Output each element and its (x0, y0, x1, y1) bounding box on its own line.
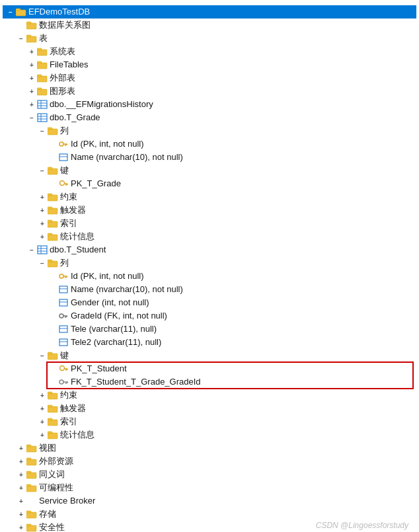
tree-item-t-student-gradeid[interactable]: GradeId (FK, int, not null) (3, 309, 416, 323)
expander-ext-resources[interactable] (16, 456, 26, 467)
tree-item-t-grade[interactable]: dbo.T_Grade (3, 111, 416, 124)
tree-item-t-student-name[interactable]: Name (nvarchar(10), not null) (3, 283, 416, 296)
expander-t-grade-triggers[interactable] (37, 205, 48, 215)
expander-ext-tables[interactable] (26, 73, 37, 83)
expander-t-grade-name[interactable] (48, 152, 58, 163)
tree-item-t-grade-keys[interactable]: 键 (3, 164, 416, 177)
svg-rect-8 (37, 63, 47, 69)
label-t-student-stats: 统计信息 (60, 428, 95, 441)
tree-item-t-grade-cols[interactable]: 列 (3, 124, 416, 137)
expander-ef-migrations[interactable] (26, 99, 37, 110)
tree-item-t-grade-stats[interactable]: 统计信息 (3, 230, 416, 243)
tree-item-service-broker[interactable]: Service Broker (3, 494, 416, 508)
expander-sys-tables[interactable] (26, 46, 37, 57)
tree-item-sys-tables[interactable]: 系统表 (3, 45, 416, 58)
tree-item-ef-migrations[interactable]: dbo.__EFMigrationsHistory (3, 98, 416, 111)
expander-programmability[interactable] (16, 482, 26, 493)
tree-item-t-grade-triggers[interactable]: 触发器 (3, 204, 416, 217)
expander-synonyms[interactable] (16, 469, 26, 480)
expander-t-grade-indexes[interactable] (37, 218, 48, 229)
tree-item-t-grade-name[interactable]: Name (nvarchar(10), not null) (3, 151, 416, 164)
expander-views[interactable] (16, 443, 26, 453)
tree-item-file-tables[interactable]: FileTables (3, 58, 416, 71)
tree-item-db-diagram[interactable]: 数据库关系图 (3, 19, 416, 32)
col-pk-icon-t-student-id (58, 272, 69, 281)
expander-t-grade-cols[interactable] (37, 126, 48, 136)
tree-item-t-student-keys[interactable]: 键 (3, 349, 416, 362)
tree-item-views[interactable]: 视图 (3, 441, 416, 455)
tree-item-t-grade-constraints[interactable]: 约束 (3, 190, 416, 204)
tree-item-t-student-gender[interactable]: Gender (int, not null) (3, 296, 416, 309)
svg-rect-6 (37, 50, 47, 56)
expander-t-student-fk[interactable] (48, 377, 58, 387)
expander-graph-tables[interactable] (26, 86, 37, 96)
tree-item-t-student-triggers[interactable]: 触发器 (3, 402, 416, 415)
tree-item-storage[interactable]: 存储 (3, 508, 416, 521)
expander-t-grade[interactable] (26, 112, 37, 123)
tree-item-t-student-tele2[interactable]: Tele2 (varchar(11), null) (3, 336, 416, 349)
tree-item-programmability[interactable]: 可编程性 (3, 481, 416, 494)
tree-item-t-student-indexes[interactable]: 索引 (3, 415, 416, 428)
label-t-grade-keys: 键 (60, 164, 69, 177)
tree-item-t-student-cols[interactable]: 列 (3, 256, 416, 270)
expander-t-grade-keys[interactable] (37, 165, 48, 176)
tree-item-t-student-stats[interactable]: 统计信息 (3, 428, 416, 441)
expander-t-student[interactable] (26, 245, 37, 255)
label-t-grade-pk: PK_T_Grade (71, 177, 121, 190)
expander-t-student-gradeid[interactable] (48, 311, 58, 321)
expander-root[interactable] (5, 7, 16, 17)
label-t-grade-name: Name (nvarchar(10), not null) (71, 151, 183, 164)
tree-item-t-grade-indexes[interactable]: 索引 (3, 217, 416, 230)
label-security: 安全性 (39, 521, 65, 532)
tree-item-t-student-tele[interactable]: Tele (varchar(11), null) (3, 323, 416, 336)
tree-item-synonyms[interactable]: 同义词 (3, 468, 416, 481)
expander-t-student-tele2[interactable] (48, 337, 58, 348)
tree-item-t-grade-pk[interactable]: PK_T_Grade (3, 177, 416, 190)
expander-t-student-triggers[interactable] (37, 403, 48, 414)
expander-t-student-keys[interactable] (37, 350, 48, 361)
tree-item-tables[interactable]: 表 (3, 32, 416, 45)
expander-security[interactable] (16, 522, 26, 532)
expander-t-student-pk[interactable] (48, 363, 58, 374)
expander-t-student-cols[interactable] (37, 258, 48, 268)
tree-item-t-student-id[interactable]: Id (PK, int, not null) (3, 270, 416, 283)
tree-item-graph-tables[interactable]: 图形表 (3, 85, 416, 98)
tree-item-t-student-fk[interactable]: FK_T_Student_T_Grade_GradeId (3, 375, 416, 389)
folder-icon-t-grade-keys (48, 166, 58, 175)
col-icon-t-grade-name (58, 153, 69, 162)
tree-item-t-grade-id[interactable]: Id (PK, int, not null) (3, 137, 416, 151)
tree-item-t-student-pk[interactable]: PK_T_Student (3, 362, 416, 375)
expander-t-student-id[interactable] (48, 271, 58, 282)
expander-t-student-name[interactable] (48, 284, 58, 295)
label-storage: 存储 (39, 508, 56, 521)
tree-item-t-student[interactable]: dbo.T_Student (3, 243, 416, 256)
expander-t-student-stats[interactable] (37, 430, 48, 440)
folder-icon-t-student-triggers (48, 404, 58, 413)
expander-tables[interactable] (16, 33, 26, 44)
tree-item-ext-tables[interactable]: 外部表 (3, 71, 416, 85)
tree-item-t-student-constraints[interactable]: 约束 (3, 389, 416, 402)
expander-storage[interactable] (16, 509, 26, 519)
svg-rect-3 (26, 22, 31, 24)
expander-t-grade-id[interactable] (48, 139, 58, 149)
none-icon-service-broker (26, 496, 37, 506)
expander-t-grade-stats[interactable] (37, 231, 48, 242)
expander-t-student-indexes[interactable] (37, 416, 48, 427)
expander-file-tables[interactable] (26, 59, 37, 70)
expander-t-student-gender[interactable] (48, 297, 58, 308)
svg-rect-67 (48, 352, 52, 354)
expander-service-broker[interactable] (16, 496, 26, 506)
tree-item-ext-resources[interactable]: 外部资源 (3, 455, 416, 468)
expander-t-student-tele[interactable] (48, 324, 58, 334)
expander-db-diagram[interactable] (16, 20, 26, 30)
label-tables: 表 (39, 32, 48, 45)
expander-t-student-constraints[interactable] (37, 390, 48, 400)
expander-t-grade-constraints[interactable] (37, 192, 48, 202)
label-t-grade-triggers: 触发器 (60, 204, 86, 217)
tree-item-root[interactable]: EFDemoTestDB (3, 5, 416, 19)
svg-rect-76 (48, 393, 57, 399)
svg-rect-36 (48, 195, 57, 201)
expander-t-grade-pk[interactable] (48, 178, 58, 189)
svg-rect-56 (59, 299, 67, 306)
svg-rect-90 (26, 486, 36, 492)
